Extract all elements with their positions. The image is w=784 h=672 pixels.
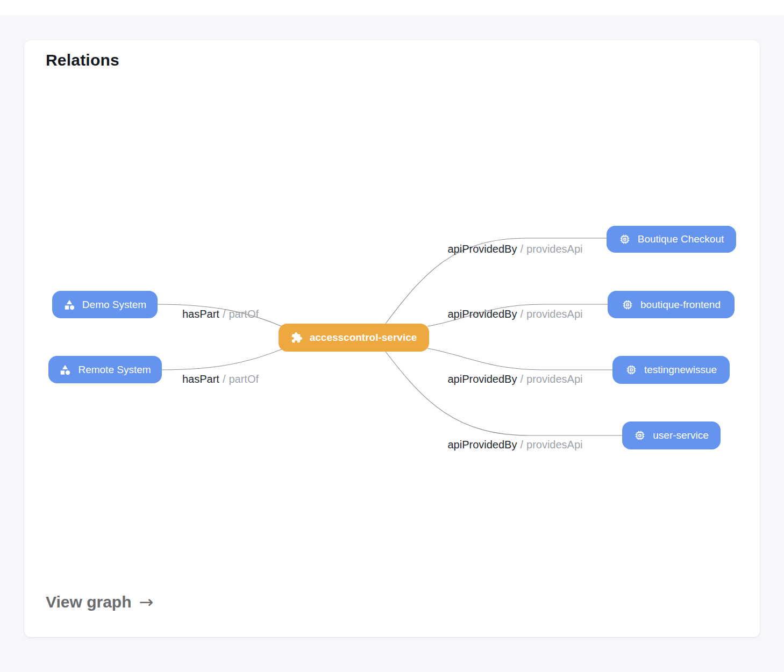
relation-separator: /	[520, 308, 523, 320]
edge-line	[427, 348, 612, 370]
inverse-relation-label: providesApi	[526, 373, 583, 385]
node-label: user-service	[653, 430, 708, 441]
edge-label: apiProvidedBy/providesApi	[447, 373, 582, 385]
edge-label: hasPart/partOf	[182, 373, 259, 385]
relation-separator: /	[520, 373, 523, 385]
relation-label: apiProvidedBy	[447, 439, 517, 451]
node-boutique-frontend[interactable]: boutique-frontend	[608, 291, 735, 318]
node-accesscontrol-service[interactable]: accesscontrol-service	[279, 324, 429, 352]
node-label: Boutique Checkout	[638, 233, 724, 245]
relation-label: apiProvidedBy	[447, 373, 517, 385]
inverse-relation-label: providesApi	[526, 243, 583, 255]
relation-label: hasPart	[182, 308, 219, 320]
category-icon	[59, 364, 71, 376]
view-graph-link[interactable]: View graph →	[46, 593, 153, 611]
edge-label: apiProvidedBy/providesApi	[447, 439, 582, 451]
inverse-relation-label: providesApi	[526, 439, 583, 451]
card-title: Relations	[46, 51, 119, 69]
node-label: accesscontrol-service	[310, 332, 417, 344]
node-label: Remote System	[78, 364, 151, 376]
node-boutique-checkout[interactable]: Boutique Checkout	[607, 226, 736, 253]
chip-icon	[634, 430, 646, 441]
relation-separator: /	[520, 439, 523, 451]
category-icon	[63, 299, 75, 311]
relations-card: Relations hasPart/partOf hasPart/partOf …	[24, 40, 760, 637]
node-label: testingnewissue	[644, 364, 717, 376]
chip-icon	[619, 233, 631, 245]
edge-line	[386, 352, 622, 435]
relation-label: apiProvidedBy	[447, 243, 517, 255]
arrow-right-icon: →	[139, 594, 154, 611]
inverse-relation-label: partOf	[229, 308, 259, 320]
relation-label: hasPart	[182, 373, 219, 385]
node-user-service[interactable]: user-service	[622, 421, 721, 449]
node-testingnewissue[interactable]: testingnewissue	[612, 356, 730, 384]
inverse-relation-label: providesApi	[526, 308, 583, 320]
edge-label: apiProvidedBy/providesApi	[447, 243, 582, 255]
edge-label: hasPart/partOf	[182, 308, 259, 320]
node-demo-system[interactable]: Demo System	[52, 291, 158, 318]
node-remote-system[interactable]: Remote System	[48, 356, 162, 383]
relation-separator: /	[223, 308, 226, 320]
inverse-relation-label: partOf	[229, 373, 259, 385]
node-label: boutique-frontend	[640, 299, 721, 311]
chip-icon	[625, 364, 637, 376]
edge-line	[161, 347, 288, 370]
relation-separator: /	[520, 243, 523, 255]
puzzle-icon	[291, 332, 303, 344]
view-graph-label: View graph	[46, 593, 132, 611]
relation-label: apiProvidedBy	[447, 308, 517, 320]
relation-separator: /	[223, 373, 226, 385]
chip-icon	[622, 299, 633, 311]
edge-label: apiProvidedBy/providesApi	[447, 308, 582, 320]
top-bar	[0, 0, 784, 15]
node-label: Demo System	[82, 299, 146, 311]
